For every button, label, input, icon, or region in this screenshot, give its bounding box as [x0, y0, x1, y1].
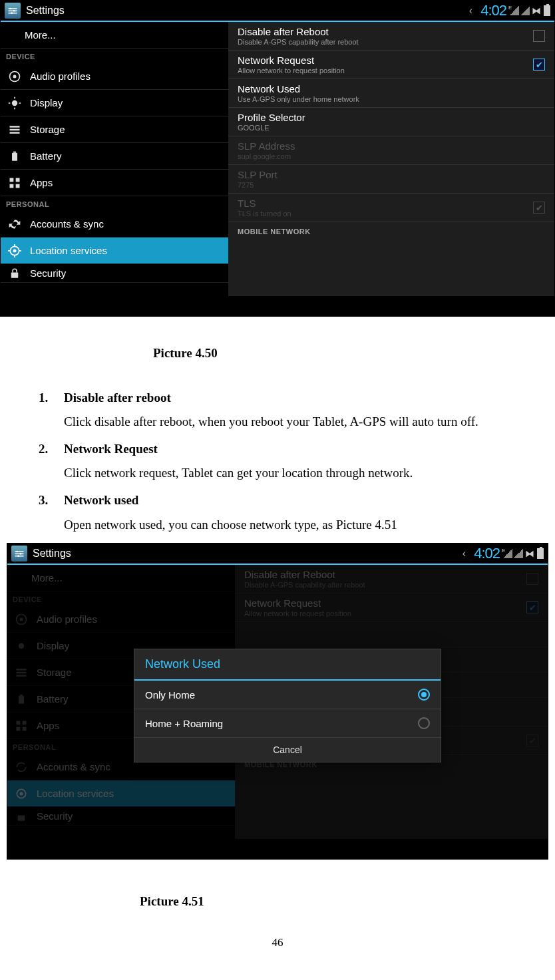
svg-rect-19 — [16, 178, 20, 182]
radio-selected[interactable] — [418, 689, 430, 701]
svg-rect-13 — [10, 126, 20, 128]
back-icon: ‹ — [462, 548, 466, 560]
dialog-cancel-button[interactable]: Cancel — [134, 738, 441, 762]
signal-sim2-icon — [520, 6, 530, 15]
checkbox-checked[interactable] — [533, 59, 545, 71]
svg-rect-30 — [15, 553, 23, 554]
list-body: Click disable after reboot, when you reb… — [64, 413, 547, 431]
setting-subtitle: Use A-GPS only under home network — [238, 95, 545, 103]
lock-icon — [7, 266, 22, 281]
setting-network-request[interactable]: Network RequestAllow network to request … — [228, 51, 554, 79]
sidebar-header-personal: PERSONAL — [1, 196, 228, 211]
radio-unselected[interactable] — [418, 717, 430, 729]
document-body: Picture 4.50 1.Disable after reboot Clic… — [0, 317, 555, 534]
setting-title: Network Used — [238, 83, 545, 94]
setting-title: SLP Port — [238, 169, 545, 180]
screenshot-4-50: Settings ‹ 4:02 ⧓ More... DEVICE Audio p… — [0, 0, 555, 317]
dialog-option-home-roaming[interactable]: Home + Roaming — [134, 709, 441, 738]
setting-subtitle: Disable A-GPS capability after reboot — [238, 38, 533, 46]
screenshot-4-51: Settings ‹ 4:02 ⧓ More... DEVICE Audio p… — [7, 543, 548, 860]
svg-point-33 — [20, 553, 22, 555]
page-number: 46 — [8, 935, 547, 956]
sidebar-item-security[interactable]: Security — [1, 264, 228, 283]
sidebar-item-more[interactable]: More... — [1, 22, 228, 49]
setting-title: Network Request — [238, 55, 533, 66]
setting-network-used[interactable]: Network UsedUse A-GPS only under home ne… — [228, 79, 554, 108]
svg-rect-1 — [8, 10, 17, 11]
status-clock: 4:02 — [474, 545, 500, 562]
svg-rect-28 — [11, 272, 19, 277]
figure-caption-1: Picture 4.50 — [153, 345, 547, 363]
status-bar: Settings ‹ 4:02 ⧓ — [1, 1, 554, 21]
svg-rect-14 — [10, 128, 20, 130]
sidebar-item-label: Storage — [30, 124, 65, 135]
screenshot-bottom-bar — [1, 296, 554, 316]
svg-rect-20 — [10, 184, 14, 188]
setting-slp-port: SLP Port7275 — [228, 165, 554, 194]
setting-subtitle: GOOGLE — [238, 124, 545, 132]
setting-title: Disable after Reboot — [238, 26, 533, 37]
sidebar-item-label: Audio profiles — [30, 71, 91, 82]
svg-point-5 — [11, 12, 13, 14]
figure-caption-2: Picture 4.51 — [140, 893, 547, 911]
svg-rect-15 — [10, 132, 20, 134]
dialog-title: Network Used — [134, 649, 441, 681]
sidebar-item-accounts[interactable]: Accounts & sync — [1, 211, 228, 238]
sidebar-item-battery[interactable]: Battery — [1, 143, 228, 170]
audio-icon — [7, 69, 22, 84]
signal-sim1-icon — [510, 6, 519, 15]
status-clock: 4:02 — [480, 2, 506, 19]
svg-point-23 — [13, 249, 17, 252]
bluetooth-icon: ⧓ — [525, 548, 534, 559]
setting-title: TLS — [238, 198, 533, 209]
svg-rect-21 — [16, 184, 20, 188]
battery-icon — [537, 548, 544, 559]
svg-point-8 — [12, 100, 17, 105]
setting-subtitle: TLS is turned on — [238, 210, 533, 218]
sidebar-item-apps[interactable]: Apps — [1, 170, 228, 196]
sidebar-item-label: Accounts & sync — [30, 218, 104, 230]
settings-app-icon — [5, 3, 21, 19]
dialog-option-label: Home + Roaming — [145, 718, 223, 729]
list-title: Network used — [64, 493, 138, 507]
setting-tls: TLSTLS is turned on — [228, 194, 554, 222]
battery-icon — [544, 5, 550, 16]
setting-subtitle: 7275 — [238, 181, 545, 189]
settings-sidebar: More... DEVICE Audio profiles Display St… — [1, 22, 228, 296]
app-title: Settings — [26, 5, 65, 17]
sidebar-item-label: More... — [25, 29, 56, 41]
signal-sim1-icon — [503, 549, 512, 558]
svg-rect-17 — [13, 151, 16, 152]
svg-rect-0 — [8, 8, 17, 9]
svg-point-7 — [13, 75, 17, 78]
battery-menu-icon — [7, 149, 22, 164]
back-icon: ‹ — [469, 5, 472, 17]
sidebar-item-audio[interactable]: Audio profiles — [1, 63, 228, 90]
detail-header-mobile-network: MOBILE NETWORK — [228, 222, 554, 238]
storage-icon — [7, 122, 22, 137]
sidebar-item-display[interactable]: Display — [1, 90, 228, 116]
sidebar-item-label: Display — [30, 97, 63, 108]
checkbox-unchecked[interactable] — [533, 30, 545, 42]
setting-profile-selector[interactable]: Profile SelectorGOOGLE — [228, 108, 554, 136]
sidebar-item-label: Location services — [30, 245, 107, 256]
dialog-option-only-home[interactable]: Only Home — [134, 681, 441, 709]
svg-rect-16 — [12, 152, 17, 160]
sidebar-item-label: Security — [30, 267, 66, 279]
setting-disable-after-reboot[interactable]: Disable after RebootDisable A-GPS capabi… — [228, 22, 554, 51]
status-bar: Settings ‹ 4:02 ⧓ — [7, 544, 548, 564]
setting-slp-address: SLP Addresssupl.google.com — [228, 136, 554, 165]
signal-sim2-icon — [514, 549, 523, 558]
sidebar-item-storage[interactable]: Storage — [1, 116, 228, 143]
setting-subtitle: Allow network to request position — [238, 67, 533, 75]
checkbox-checked-disabled — [533, 202, 545, 214]
setting-title: Profile Selector — [238, 112, 545, 123]
svg-point-32 — [16, 551, 18, 553]
settings-detail-pane: Disable after RebootDisable A-GPS capabi… — [228, 22, 554, 296]
list-title: Network Request — [64, 442, 158, 456]
dialog-option-label: Only Home — [145, 689, 195, 701]
sidebar-item-location[interactable]: Location services — [1, 238, 228, 264]
settings-app-icon — [11, 546, 27, 562]
location-icon — [7, 244, 22, 258]
display-icon — [7, 96, 22, 110]
